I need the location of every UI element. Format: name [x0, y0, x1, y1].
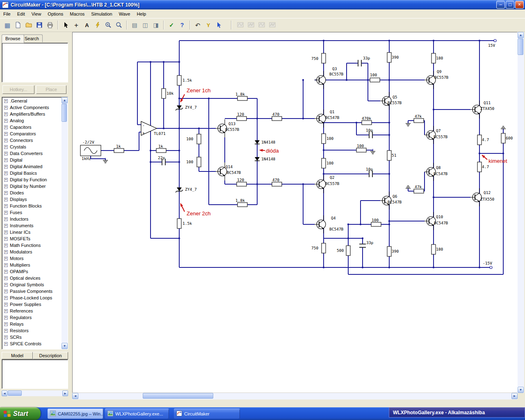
transistor-Q13[interactable]: Q13BC557B — [216, 119, 240, 137]
capacitor-33p[interactable]: 33p — [359, 240, 373, 248]
new-document-icon[interactable] — [13, 20, 23, 30]
split-view-icon[interactable]: ◨ — [151, 20, 161, 30]
expand-plus-icon[interactable]: + — [4, 231, 8, 234]
category-regulators[interactable]: +Regulators — [2, 314, 62, 321]
schematic-icon[interactable]: ▦ — [2, 20, 12, 30]
capacitor-33p[interactable]: 33p — [358, 56, 370, 67]
scroll-right-arrow[interactable]: ► — [511, 393, 518, 399]
category-digital[interactable]: +Digital — [2, 157, 62, 163]
category-connectors[interactable]: +Connectors — [2, 137, 62, 144]
expand-plus-icon[interactable]: + — [4, 290, 8, 293]
delete-tool-icon[interactable] — [93, 20, 103, 30]
capacitor-22p[interactable]: 22p — [158, 155, 166, 166]
help-icon[interactable]: ? — [177, 20, 187, 30]
category-digital-by-number[interactable]: +Digital by Number — [2, 183, 62, 189]
category-active-components[interactable]: +Active Components — [2, 104, 62, 111]
category-power-supplies[interactable]: +Power Supplies — [2, 301, 62, 308]
scroll-thumb[interactable] — [62, 104, 67, 122]
expand-plus-icon[interactable]: + — [4, 270, 8, 274]
transistor-Q4[interactable]: Q4BC547B — [315, 215, 344, 233]
expand-plus-icon[interactable]: + — [4, 329, 8, 333]
expand-plus-icon[interactable]: + — [4, 224, 8, 228]
transistor-Q3[interactable]: Q3BC557B — [315, 66, 344, 89]
header-description[interactable]: Description — [33, 352, 68, 359]
scroll-thumb[interactable] — [143, 393, 213, 399]
category-relays[interactable]: +Relays — [2, 321, 62, 327]
category-digital-by-function[interactable]: +Digital by Function — [2, 176, 62, 183]
resistor-470k[interactable]: 470k — [362, 116, 372, 125]
expand-plus-icon[interactable]: + — [4, 316, 8, 320]
hotkey-button[interactable]: Hotkey... — [2, 85, 34, 94]
expand-plus-icon[interactable]: + — [4, 145, 8, 149]
text-tool-icon[interactable]: A — [82, 20, 92, 30]
header-model[interactable]: Model — [2, 352, 33, 359]
sheet-icon[interactable]: ▤ — [130, 20, 139, 30]
menu-options[interactable]: Options — [44, 10, 66, 18]
category-references[interactable]: +References — [2, 308, 62, 314]
resistor-180[interactable]: 180 — [431, 53, 443, 63]
category-analog[interactable]: +Analog — [2, 117, 62, 124]
expand-plus-icon[interactable]: + — [4, 283, 8, 287]
category-spice-controls[interactable]: +SPICE Controls — [2, 340, 62, 347]
resistor-1.8k[interactable]: 1.8k — [235, 92, 247, 100]
resistor-51[interactable]: 51 — [387, 151, 397, 160]
scroll-up-arrow[interactable]: ▲ — [62, 97, 68, 103]
digital-panel-icon[interactable] — [267, 20, 277, 30]
menu-file[interactable]: File — [0, 10, 14, 18]
scroll-up-arrow[interactable]: ▲ — [518, 32, 524, 38]
tree-scrollbar[interactable]: ▲ ▼ — [62, 97, 68, 349]
transistor-Q1[interactable]: Q1BC547B — [315, 110, 340, 128]
category-multipliers[interactable]: +Multipliers — [2, 262, 62, 268]
zener-diode-ZY4_7[interactable]: ZY4_7 — [176, 187, 197, 192]
schematic-svg[interactable]: 7503901801.5k10k100100100100514.74.76001… — [73, 32, 517, 393]
category-displays[interactable]: +Displays — [2, 196, 62, 203]
expand-plus-icon[interactable]: + — [4, 276, 8, 280]
category--general[interactable]: +.General — [2, 98, 62, 104]
start-button[interactable]: Start — [0, 407, 41, 420]
expand-plus-icon[interactable]: + — [4, 106, 8, 110]
category-data-converters[interactable]: +Data Converters — [2, 150, 62, 157]
category-opamps[interactable]: +OPAMPs — [2, 268, 62, 275]
transistor-Q12[interactable]: Q12ZTX550 — [470, 188, 495, 206]
expand-plus-icon[interactable]: + — [4, 309, 8, 313]
open-folder-icon[interactable] — [24, 20, 34, 30]
resistor-4.7[interactable]: 4.7 — [477, 162, 489, 172]
category-math-functions[interactable]: +Math Functions — [2, 242, 62, 249]
canvas-h-scrollbar[interactable]: ◄ ► — [72, 393, 518, 399]
model-list[interactable] — [2, 359, 68, 389]
scroll-down-arrow[interactable]: ▼ — [62, 343, 68, 349]
category-comparators[interactable]: +Comparators — [2, 130, 62, 137]
menu-macros[interactable]: Macros — [66, 10, 88, 18]
place-button[interactable]: Place — [36, 85, 66, 94]
resistor-390[interactable]: 390 — [387, 52, 399, 62]
canvas-v-scrollbar[interactable]: ▲ ▼ — [518, 32, 524, 393]
resistor-180[interactable]: 180 — [431, 244, 443, 254]
maximize-button[interactable]: □ — [506, 1, 514, 9]
taskbar-task-1[interactable]: CAM02255.jpg – Win... — [48, 409, 103, 419]
menu-simulation[interactable]: Simulation — [88, 10, 115, 18]
expand-plus-icon[interactable]: + — [4, 263, 8, 267]
resistor-100[interactable]: 100 — [322, 158, 333, 168]
run-icon[interactable] — [214, 20, 224, 30]
diode-1N4148[interactable]: 1N4148 — [255, 157, 276, 161]
expand-plus-icon[interactable]: + — [4, 237, 8, 241]
resistor-470[interactable]: 470 — [272, 112, 282, 121]
cursor-tool-icon[interactable] — [61, 20, 71, 30]
scroll-thumb[interactable] — [518, 39, 523, 55]
category-amplifiers-buffers[interactable]: +Amplifiers/Buffers — [2, 111, 62, 117]
resistor-4.7[interactable]: 4.7 — [477, 135, 489, 145]
resistor-120[interactable]: 120 — [237, 112, 247, 121]
category-modulators[interactable]: +Modulators — [2, 249, 62, 255]
menu-help[interactable]: Help — [133, 10, 149, 18]
category-capacitors[interactable]: +Capacitors — [2, 124, 62, 130]
undo-icon[interactable]: ↶ — [193, 20, 203, 30]
save-icon[interactable] — [34, 20, 44, 30]
transistor-Q10[interactable]: Q10BC547B — [425, 212, 448, 230]
waveform-display-icon[interactable] — [257, 20, 267, 30]
sidebar-h-scrollbar[interactable]: ◄ ► — [2, 390, 68, 396]
scroll-down-arrow[interactable]: ▼ — [518, 387, 524, 393]
expand-plus-icon[interactable]: + — [4, 342, 8, 346]
resistor-100[interactable]: 100 — [371, 218, 381, 226]
taskbar-task-3[interactable]: CircuitMaker — [174, 409, 240, 419]
category-crystals[interactable]: +Crystals — [2, 144, 62, 150]
